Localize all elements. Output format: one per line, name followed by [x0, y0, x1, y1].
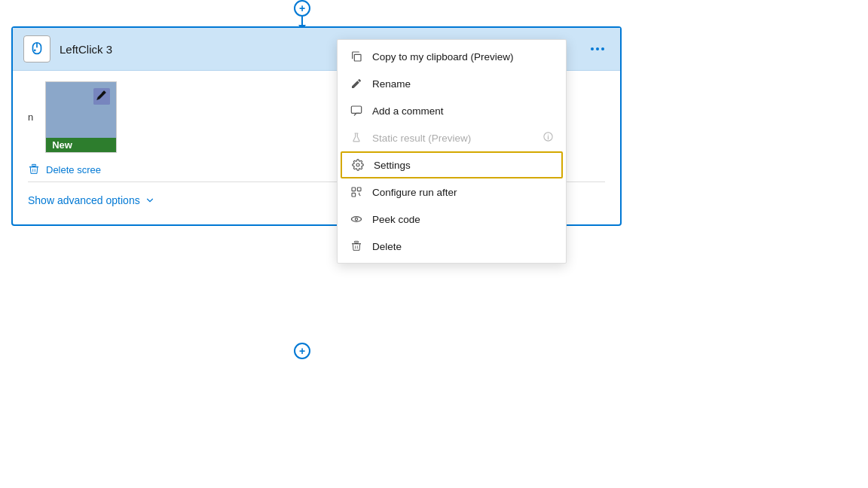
menu-item-static-result: Static result (Preview)	[338, 124, 566, 151]
svg-rect-9	[32, 164, 35, 166]
screenshot-image: New	[45, 81, 117, 153]
pencil-icon	[93, 88, 110, 105]
svg-point-16	[548, 134, 549, 135]
copy-clipboard-label: Copy to my clipboard (Preview)	[372, 51, 514, 63]
top-connector: +	[294, 0, 310, 30]
top-plus-button[interactable]: +	[294, 0, 310, 17]
svg-point-17	[356, 163, 359, 166]
bottom-connector: +	[294, 343, 310, 359]
settings-label: Settings	[374, 160, 411, 171]
bottom-plus-button[interactable]: +	[294, 343, 310, 359]
svg-rect-8	[29, 166, 38, 167]
svg-rect-12	[354, 54, 361, 61]
peek-code-icon	[350, 212, 363, 226]
card-icon	[23, 35, 50, 63]
svg-rect-20	[352, 193, 356, 197]
configure-run-label: Configure run after	[372, 187, 457, 198]
svg-rect-26	[354, 241, 358, 242]
svg-point-5	[601, 47, 604, 50]
menu-item-rename[interactable]: Rename	[338, 70, 566, 97]
chevron-down-icon	[145, 195, 155, 206]
menu-item-copy-clipboard[interactable]: Copy to my clipboard (Preview)	[338, 43, 566, 70]
rename-icon	[350, 77, 363, 90]
info-icon	[542, 131, 554, 142]
menu-item-settings[interactable]: Settings	[341, 151, 563, 178]
delete-icon	[350, 239, 363, 253]
comment-icon	[350, 104, 363, 117]
rename-label: Rename	[372, 78, 411, 90]
svg-point-2	[34, 49, 36, 51]
menu-item-peek-code[interactable]: Peek code	[338, 206, 566, 233]
copy-icon	[350, 50, 363, 63]
svg-rect-19	[357, 188, 361, 191]
new-badge: New	[46, 138, 116, 152]
card-more-button[interactable]	[585, 37, 610, 61]
advanced-options-label: Show advanced options	[28, 194, 140, 206]
svg-rect-25	[352, 243, 361, 244]
svg-rect-18	[352, 188, 356, 191]
pencil-icon-wrap	[93, 88, 110, 108]
info-icon-wrap	[542, 131, 554, 145]
screenshot-label: n	[28, 111, 33, 123]
flask-icon	[350, 131, 363, 145]
context-menu: Copy to my clipboard (Preview) Rename Ad…	[337, 39, 567, 264]
svg-point-21	[351, 217, 361, 222]
peek-code-label: Peek code	[372, 214, 420, 225]
svg-rect-13	[351, 106, 361, 113]
svg-point-4	[596, 47, 599, 50]
static-result-label: Static result (Preview)	[372, 133, 471, 144]
mouse-icon	[29, 41, 45, 57]
menu-item-configure-run[interactable]: Configure run after	[338, 178, 566, 206]
add-comment-label: Add a comment	[372, 105, 444, 117]
configure-run-icon	[350, 185, 363, 199]
svg-point-22	[355, 218, 357, 220]
menu-item-add-comment[interactable]: Add a comment	[338, 97, 566, 124]
more-icon	[591, 47, 604, 50]
delete-menu-label: Delete	[372, 241, 402, 252]
trash-icon	[28, 163, 40, 175]
delete-label: Delete scree	[46, 164, 101, 175]
menu-item-delete[interactable]: Delete	[338, 233, 566, 260]
svg-point-3	[591, 47, 594, 50]
gear-icon	[351, 158, 365, 172]
